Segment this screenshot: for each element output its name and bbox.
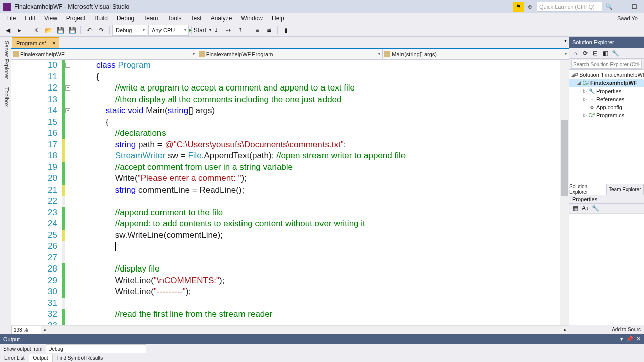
menu-file[interactable]: File bbox=[2, 14, 20, 23]
menu-test[interactable]: Test bbox=[187, 14, 206, 23]
menu-analyze[interactable]: Analyze bbox=[207, 14, 236, 23]
se-tab-team[interactable]: Team Explorer bbox=[607, 184, 645, 195]
se-tab-solution[interactable]: Solution Explorer bbox=[569, 184, 607, 195]
maximize-button[interactable]: ☐ bbox=[628, 2, 641, 12]
se-search-input[interactable] bbox=[571, 60, 642, 69]
output-from-label: Show output from: bbox=[3, 346, 44, 352]
zoom-dropdown[interactable]: 193 % bbox=[11, 326, 41, 334]
redo-button[interactable]: ↷ bbox=[96, 25, 107, 36]
member-navbar-dropdown[interactable]: Main(string[] args) bbox=[383, 49, 569, 59]
uncomment-button[interactable]: ≢ bbox=[264, 25, 275, 36]
solution-config-dropdown[interactable]: Debug bbox=[112, 25, 147, 36]
minimize-button[interactable]: — bbox=[614, 2, 627, 12]
collapse-icon[interactable]: ⊟ bbox=[591, 49, 599, 57]
categorized-icon[interactable]: ▦ bbox=[571, 204, 579, 212]
window-title: FinalexamhelpWF - Microsoft Visual Studi… bbox=[14, 3, 129, 10]
document-tab-program[interactable]: Program.cs* ✕ bbox=[12, 37, 59, 48]
add-to-source-button[interactable]: Add to Sourc bbox=[612, 327, 641, 332]
solution-platform-dropdown[interactable]: Any CPU bbox=[148, 25, 189, 36]
out-tab-findsymbol[interactable]: Find Symbol Results bbox=[53, 354, 108, 362]
code-editor[interactable]: class Program { //write a program to acc… bbox=[72, 60, 560, 325]
save-button[interactable]: 💾 bbox=[55, 25, 66, 36]
comment-button[interactable]: ≡ bbox=[252, 25, 263, 36]
output-autohide-icon[interactable]: 📌 bbox=[626, 336, 633, 342]
start-debug-button[interactable]: Start▾ bbox=[194, 25, 205, 36]
bookmark-button[interactable]: ▮ bbox=[280, 25, 291, 36]
step-over-button[interactable]: ⇢ bbox=[223, 25, 234, 36]
properties-header: Properties bbox=[569, 195, 644, 204]
solution-explorer-header: Solution Explorer bbox=[569, 37, 644, 48]
new-project-button[interactable]: ✳ bbox=[31, 25, 42, 36]
output-pin-icon[interactable]: ▾ bbox=[620, 336, 623, 342]
solution-tree[interactable]: ◢⧉Solution 'FinalexamhelpWF' (1 proj ◢C#… bbox=[569, 70, 644, 184]
nav-back-button[interactable]: ◀ bbox=[2, 25, 13, 36]
user-label[interactable]: Saad Yo bbox=[617, 15, 642, 21]
vs-logo-icon bbox=[3, 3, 11, 11]
undo-button[interactable]: ↶ bbox=[84, 25, 95, 36]
tab-close-icon[interactable]: ✕ bbox=[52, 40, 56, 46]
properties-icon[interactable]: 🔧 bbox=[611, 49, 619, 57]
step-out-button[interactable]: ⇡ bbox=[235, 25, 246, 36]
menu-team[interactable]: Team bbox=[139, 14, 162, 23]
save-all-button[interactable]: 💾 bbox=[67, 25, 78, 36]
step-into-button[interactable]: ⇣ bbox=[211, 25, 222, 36]
class-navbar-dropdown[interactable]: FinalexamhelpWF.Program bbox=[197, 49, 383, 59]
out-tab-output[interactable]: Output bbox=[29, 354, 53, 362]
menu-tools[interactable]: Tools bbox=[164, 14, 186, 23]
properties-grid[interactable] bbox=[569, 214, 644, 325]
outline-margin[interactable]: −−− bbox=[65, 60, 72, 325]
vertical-scrollbar[interactable] bbox=[560, 60, 569, 325]
menu-edit[interactable]: Edit bbox=[21, 14, 39, 23]
output-source-dropdown[interactable]: Debug bbox=[46, 344, 146, 353]
menu-window[interactable]: Window bbox=[237, 14, 267, 23]
tab-overflow-button[interactable]: ▾ bbox=[564, 38, 567, 43]
nav-fwd-button[interactable]: ▸ bbox=[14, 25, 25, 36]
prop-pages-icon[interactable]: 🔧 bbox=[591, 204, 599, 212]
quick-launch-input[interactable]: Quick Launch (Ctrl+Q) bbox=[537, 2, 602, 12]
notification-flag-icon[interactable]: ⚑ bbox=[513, 2, 524, 12]
project-navbar-dropdown[interactable]: FinalexamhelpWF bbox=[11, 49, 197, 59]
rail-tab-server-explorer[interactable]: Server Explorer bbox=[0, 37, 11, 83]
fold-button[interactable]: − bbox=[65, 63, 70, 68]
fold-button[interactable]: − bbox=[65, 108, 70, 113]
open-file-button[interactable]: 📂 bbox=[43, 25, 54, 36]
fold-button[interactable]: − bbox=[65, 85, 70, 90]
output-header: Output bbox=[3, 336, 20, 342]
menu-project[interactable]: Project bbox=[62, 14, 89, 23]
line-number-gutter: 1011121314151617181920212223242526272829… bbox=[11, 60, 62, 325]
rail-tab-toolbox[interactable]: Toolbox bbox=[0, 83, 11, 111]
output-close-icon[interactable]: ✕ bbox=[636, 336, 641, 342]
showall-icon[interactable]: ◧ bbox=[601, 49, 609, 57]
menu-help[interactable]: Help bbox=[268, 14, 288, 23]
menu-view[interactable]: View bbox=[40, 14, 61, 23]
feedback-icon[interactable]: ☺ bbox=[525, 2, 536, 12]
menu-debug[interactable]: Debug bbox=[113, 14, 138, 23]
home-icon[interactable]: ⌂ bbox=[571, 49, 579, 57]
alpha-icon[interactable]: A↓ bbox=[581, 204, 589, 212]
out-tab-errorlist[interactable]: Error List bbox=[0, 354, 29, 362]
refresh-icon[interactable]: ⟳ bbox=[581, 49, 589, 57]
menu-build[interactable]: Build bbox=[90, 14, 112, 23]
